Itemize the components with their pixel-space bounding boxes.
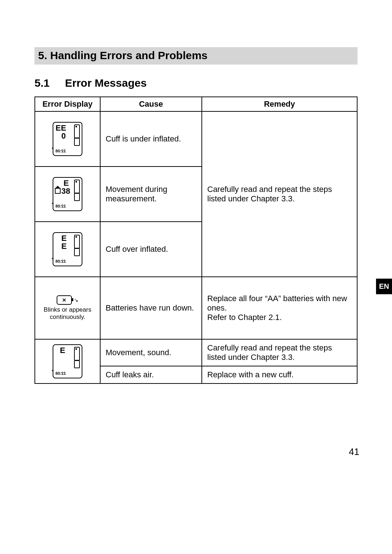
cause-cell: Batteries have run down. <box>100 277 202 339</box>
lcd-icon: E E ✦ 22:08 <box>53 232 82 266</box>
error-display-icon: E ✦ 22:08 <box>40 344 95 378</box>
section-title: Error Messages <box>65 77 147 89</box>
header-cause: Cause <box>100 97 202 111</box>
lcd-line1: EE <box>56 124 66 132</box>
lcd-date: 22:08 <box>56 372 66 376</box>
display-caption: Blinks or appears continuously. <box>40 306 95 320</box>
lcd-icon: EE 0 ✦ 22:08 <box>53 122 82 156</box>
error-display-icon: E E ✦ 22:08 <box>40 232 95 266</box>
remedy-cell: Carefully read and repeat the steps list… <box>202 339 357 366</box>
cause-cell: Cuff is under inflated. <box>100 111 202 167</box>
remedy-line: Refer to Chapter 2.1. <box>207 313 282 322</box>
lcd-line1: E <box>64 179 69 187</box>
section-heading: 5.1Error Messages <box>34 77 358 89</box>
arrow-icon: ↘ <box>74 297 78 303</box>
lcd-date: 22:08 <box>56 149 66 153</box>
error-display-icon: ✕ ↘ Blinks or appears continuously. <box>40 295 95 320</box>
table-row: EE 0 ✦ 22:08 Cuff is under inflated. Car… <box>35 111 357 167</box>
lcd-line1: E <box>60 346 65 354</box>
cause-cell: Movement during measurement. <box>100 167 202 222</box>
section-number: 5.1 <box>34 77 65 89</box>
error-display-icon: E 38 ✦ 22:08 <box>40 177 95 211</box>
lcd-icon: E 38 ✦ 22:08 <box>53 177 82 211</box>
error-messages-table: Error Display Cause Remedy EE 0 ✦ 22:08 … <box>34 97 358 384</box>
lcd-line2: 0 <box>61 132 66 140</box>
chapter-heading: 5. Handling Errors and Problems <box>34 47 358 65</box>
page-number: 41 <box>349 446 359 457</box>
cause-cell: Cuff over inflated. <box>100 222 202 277</box>
remedy-cell: Replace all four “AA” batteries with new… <box>202 277 357 339</box>
language-tab: EN <box>376 279 392 294</box>
remedy-line: Replace all four “AA” batteries with new… <box>207 294 347 312</box>
lcd-icon: E ✦ 22:08 <box>53 344 82 378</box>
header-display: Error Display <box>35 97 100 111</box>
battery-icon: ✕ <box>57 295 72 305</box>
remedy-cell: Carefully read and repeat the steps list… <box>202 111 357 277</box>
lcd-date: 22:08 <box>56 259 66 263</box>
lcd-date: 22:08 <box>56 204 66 208</box>
cause-cell: Movement, sound. <box>100 339 202 366</box>
lcd-line2: 38 <box>61 187 70 195</box>
heart-icon <box>55 188 61 194</box>
error-display-icon: EE 0 ✦ 22:08 <box>40 122 95 156</box>
lcd-line2: E <box>61 242 67 250</box>
table-header-row: Error Display Cause Remedy <box>35 97 357 111</box>
lcd-line1: E <box>61 234 67 242</box>
remedy-cell: Replace with a new cuff. <box>202 366 357 383</box>
table-row: ✕ ↘ Blinks or appears continuously. Batt… <box>35 277 357 339</box>
header-remedy: Remedy <box>202 97 357 111</box>
table-row: E ✦ 22:08 Movement, sound. Carefully rea… <box>35 339 357 366</box>
cause-cell: Cuff leaks air. <box>100 366 202 383</box>
